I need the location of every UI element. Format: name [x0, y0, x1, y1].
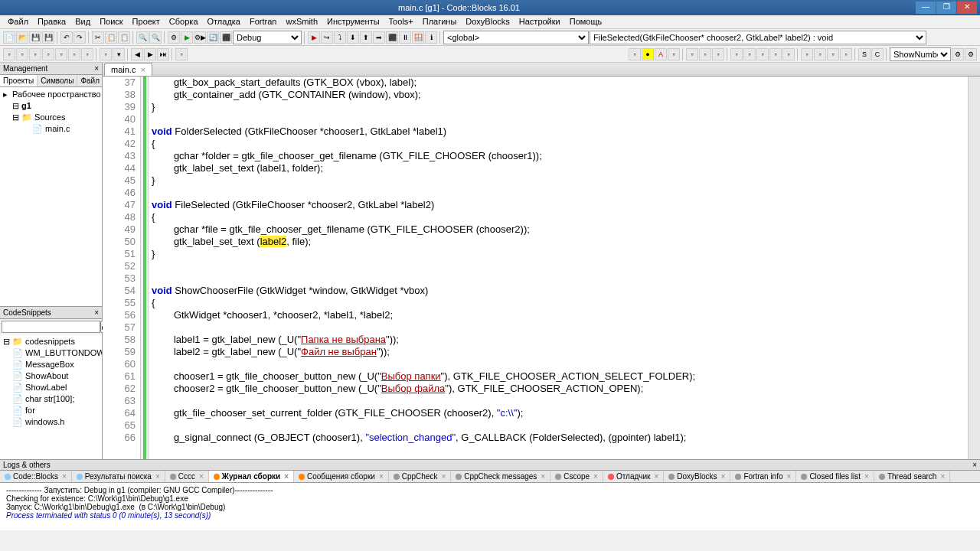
sources-folder[interactable]: ⊟📁 Sources	[2, 112, 100, 123]
cut-button[interactable]: ✂	[92, 31, 104, 44]
code-content[interactable]: gtk_box_pack_start_defaults (GTK_BOX (vb…	[149, 77, 968, 459]
project-tree[interactable]: ▸Рабочее пространство ⊟g1 ⊟📁 Sources 📄 m…	[0, 87, 102, 306]
debug-windows-button[interactable]: 🪟	[412, 31, 424, 44]
workspace-node[interactable]: ▸Рабочее пространство	[2, 89, 100, 100]
build-run-button[interactable]: ⚙▶	[194, 31, 206, 44]
letter-c-button[interactable]: C	[871, 48, 884, 60]
mark-button[interactable]: A	[655, 48, 667, 60]
editor-tab-main[interactable]: main.c×	[104, 63, 152, 76]
log-tab-4[interactable]: Сообщения сборки×	[294, 471, 389, 482]
snippets-tree[interactable]: ⊟📁 codesnippets 📄 WM_LBUTTONDOWN📄 Messag…	[0, 334, 102, 459]
log-tab-7[interactable]: Cscope×	[550, 471, 603, 482]
block2-button[interactable]: ▫	[699, 48, 711, 60]
step-over-button[interactable]: ➡	[373, 31, 385, 44]
find-button[interactable]: 🔍	[136, 31, 149, 44]
scope-select[interactable]: <global>	[443, 31, 589, 44]
logs-close-icon[interactable]: ×	[972, 461, 977, 469]
snippet-item[interactable]: 📄 MessageBox	[2, 359, 100, 370]
show-select[interactable]: ShowNumber	[890, 47, 951, 61]
tab-close-icon[interactable]: ×	[140, 65, 145, 74]
code-area[interactable]: 3738394041424344454647484950515253545556…	[103, 77, 980, 459]
log-tab-3[interactable]: Журнал сборки×	[209, 471, 294, 482]
tb2-4[interactable]: ▫	[42, 48, 54, 60]
menu-tools+[interactable]: Tools+	[384, 15, 418, 28]
log-tab-8[interactable]: Отладчик×	[603, 471, 664, 482]
log-tab-12[interactable]: Thread search×	[874, 471, 950, 482]
menu-вид[interactable]: Вид	[70, 15, 95, 28]
tb2-3[interactable]: ▫	[29, 48, 41, 60]
build-button[interactable]: ⚙	[168, 31, 180, 44]
doxy4-button[interactable]: ▫	[840, 48, 852, 60]
tb2-1[interactable]: ▫	[3, 48, 15, 60]
menu-правка[interactable]: Правка	[33, 15, 70, 28]
snippet-item[interactable]: 📄 WM_LBUTTONDOWN	[2, 347, 100, 359]
save-button[interactable]: 💾	[29, 31, 41, 44]
mgmt-tab-0[interactable]: Проекты	[0, 75, 38, 86]
menu-помощь[interactable]: Помощь	[565, 15, 607, 28]
menu-настройки[interactable]: Настройки	[514, 15, 565, 28]
log-tab-0[interactable]: Code::Blocks×	[0, 471, 72, 482]
minimize-button[interactable]: —	[916, 2, 936, 14]
save-all-button[interactable]: 💾	[42, 31, 54, 44]
snippet-item[interactable]: 📄 windows.h	[2, 416, 100, 428]
tb2-2[interactable]: ▫	[16, 48, 28, 60]
letter-s-button[interactable]: S	[858, 48, 871, 60]
menu-doxyblocks[interactable]: DoxyBlocks	[461, 15, 514, 28]
comment5-button[interactable]: ▫	[782, 48, 795, 60]
panel-close-icon[interactable]: ×	[94, 64, 99, 73]
log-tab-11[interactable]: Closed files list×	[796, 471, 874, 482]
tb2-5[interactable]: ▫	[55, 48, 67, 60]
log-tab-10[interactable]: Fortran info×	[730, 471, 796, 482]
snippet-item[interactable]: 📄 ShowLabel	[2, 382, 100, 393]
log-tab-5[interactable]: CppCheck×	[389, 471, 452, 482]
mgmt-tab-2[interactable]: Файл	[77, 75, 103, 86]
breakpoint-button[interactable]: ⏸	[399, 31, 411, 44]
snippets-root[interactable]: ⊟📁 codesnippets	[2, 336, 100, 347]
comment2-button[interactable]: ▫	[743, 48, 756, 60]
block3-button[interactable]: ▫	[712, 48, 724, 60]
menu-поиск[interactable]: Поиск	[95, 15, 127, 28]
tb2-7[interactable]: ▫	[81, 48, 93, 60]
vertical-scrollbar[interactable]	[968, 77, 980, 459]
tb2-8[interactable]: ▫	[100, 48, 112, 60]
step-into-button[interactable]: ⬇	[347, 31, 359, 44]
debug-continue-button[interactable]: ↪	[321, 31, 333, 44]
log-content[interactable]: -------------- Запустить: Debug in g1 (c…	[0, 483, 980, 530]
mgmt-tab-1[interactable]: Символы	[38, 75, 77, 86]
unmark-button[interactable]: ▫	[668, 48, 680, 60]
log-tab-6[interactable]: CppCheck messages×	[451, 471, 550, 482]
log-tab-9[interactable]: DoxyBlocks×	[664, 471, 730, 482]
menu-проект[interactable]: Проект	[128, 15, 165, 28]
menu-плагины[interactable]: Плагины	[418, 15, 462, 28]
log-tab-1[interactable]: Результаты поиска×	[72, 471, 165, 482]
snippet-item[interactable]: 📄 for	[2, 405, 100, 416]
nav-last-button[interactable]: ⏭	[157, 48, 169, 60]
comment3-button[interactable]: ▫	[756, 48, 769, 60]
doxy1-button[interactable]: ▫	[801, 48, 813, 60]
menu-wxsmith[interactable]: wxSmith	[281, 15, 322, 28]
file-node[interactable]: 📄 main.c	[2, 123, 100, 135]
gear2-button[interactable]: ⚙	[965, 48, 977, 60]
open-button[interactable]: 📂	[16, 31, 28, 44]
nav-back-button[interactable]: ◀	[131, 48, 143, 60]
tb2-misc[interactable]: ▫	[175, 48, 188, 60]
menu-fortran[interactable]: Fortran	[245, 15, 281, 28]
redo-button[interactable]: ↷	[74, 31, 86, 44]
run-button[interactable]: ▶	[181, 31, 193, 44]
copy-button[interactable]: 📋	[105, 31, 117, 44]
block1-button[interactable]: ▫	[686, 48, 698, 60]
build-target-select[interactable]: Debug	[233, 31, 302, 44]
debug-info-button[interactable]: ℹ	[425, 31, 437, 44]
doxy3-button[interactable]: ▫	[827, 48, 839, 60]
snippet-item[interactable]: 📄 char str[100];	[2, 393, 100, 405]
debug-stop-button[interactable]: ⬛	[386, 31, 398, 44]
log-tab-2[interactable]: Cccc×	[165, 471, 209, 482]
doxy2-button[interactable]: ▫	[814, 48, 826, 60]
tb2-6[interactable]: ▫	[68, 48, 80, 60]
paste-button[interactable]: 📋	[118, 31, 130, 44]
stop-button[interactable]: ⬛	[220, 31, 232, 44]
rebuild-button[interactable]: 🔄	[207, 31, 219, 44]
undo-button[interactable]: ↶	[60, 31, 73, 44]
project-node[interactable]: ⊟g1	[2, 100, 100, 112]
close-button[interactable]: ✕	[957, 2, 977, 14]
